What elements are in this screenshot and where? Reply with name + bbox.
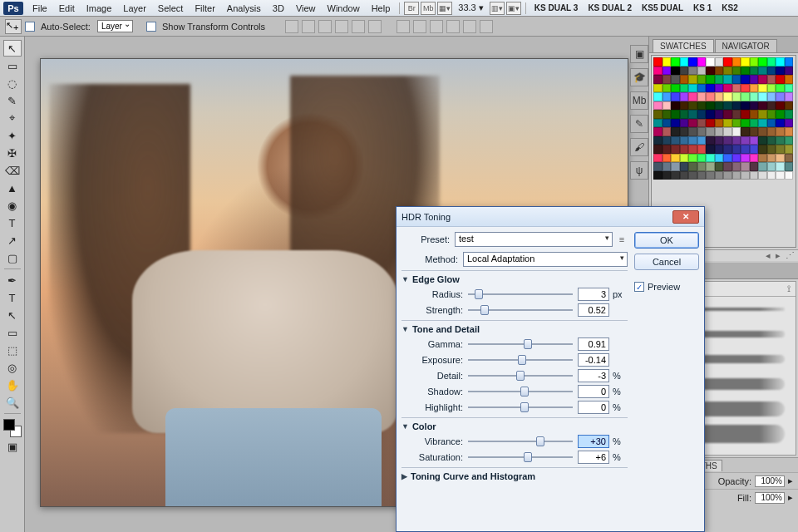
swatch[interactable] bbox=[767, 92, 776, 101]
distribute-vcenter-icon[interactable] bbox=[413, 20, 426, 33]
brush-options-icon[interactable]: ⟟ bbox=[787, 283, 791, 294]
menu-edit[interactable]: Edit bbox=[53, 3, 81, 13]
swatch[interactable] bbox=[697, 57, 707, 66]
swatch[interactable] bbox=[715, 101, 724, 111]
swatch[interactable] bbox=[653, 84, 663, 93]
swatch[interactable] bbox=[750, 171, 759, 180]
swatch[interactable] bbox=[723, 66, 732, 76]
swatch[interactable] bbox=[688, 136, 697, 145]
swatch[interactable] bbox=[706, 154, 715, 163]
swatch[interactable] bbox=[785, 66, 794, 76]
swatch[interactable] bbox=[663, 162, 672, 171]
swatch[interactable] bbox=[767, 171, 776, 180]
preset-menu-icon[interactable]: ≡ bbox=[616, 234, 628, 245]
swatch[interactable] bbox=[758, 110, 767, 119]
swatch[interactable] bbox=[776, 136, 785, 145]
swatch[interactable] bbox=[723, 57, 732, 66]
swatch[interactable] bbox=[715, 154, 724, 163]
swatch[interactable] bbox=[758, 101, 767, 111]
swatch[interactable] bbox=[671, 84, 680, 93]
swatch[interactable] bbox=[776, 66, 785, 76]
crop-tool[interactable]: ⌖ bbox=[3, 110, 22, 126]
swatch[interactable] bbox=[688, 101, 697, 111]
align-vcenter-icon[interactable] bbox=[302, 20, 315, 33]
swatch[interactable] bbox=[732, 171, 741, 180]
swatch[interactable] bbox=[767, 66, 776, 76]
align-right-icon[interactable] bbox=[368, 20, 382, 33]
hand-tool[interactable]: ✋ bbox=[3, 377, 22, 393]
swatch[interactable] bbox=[697, 101, 707, 111]
swatch[interactable] bbox=[776, 75, 785, 84]
view-extras-icon[interactable]: ▦▾ bbox=[437, 2, 452, 15]
swatch[interactable] bbox=[680, 84, 689, 93]
swatch[interactable] bbox=[680, 162, 689, 171]
launch-minibridge-icon[interactable]: Mb bbox=[421, 2, 436, 15]
color-twisty-icon[interactable]: ▼ bbox=[401, 422, 409, 431]
move-tool[interactable]: ↖ bbox=[3, 40, 22, 57]
swatch[interactable] bbox=[758, 162, 767, 171]
swatch[interactable] bbox=[767, 145, 776, 154]
swatch[interactable] bbox=[688, 57, 697, 66]
swatch[interactable] bbox=[741, 57, 750, 66]
vibrance-slider[interactable] bbox=[468, 436, 573, 447]
swatch[interactable] bbox=[723, 171, 732, 180]
swatch[interactable] bbox=[741, 84, 750, 93]
swatch[interactable] bbox=[663, 127, 672, 136]
pen-tool[interactable]: ✒ bbox=[3, 272, 22, 288]
swatch[interactable] bbox=[776, 101, 785, 111]
quick-mask-toggle[interactable]: ▣ bbox=[3, 438, 22, 455]
swatch[interactable] bbox=[732, 57, 741, 66]
gamma-slider[interactable] bbox=[468, 338, 573, 350]
swatch[interactable] bbox=[785, 57, 794, 66]
swatch[interactable] bbox=[741, 145, 750, 154]
menu-3d[interactable]: 3D bbox=[267, 3, 290, 13]
swatch[interactable] bbox=[671, 127, 680, 136]
swatch[interactable] bbox=[671, 171, 680, 180]
zoom-tool[interactable]: 🔍 bbox=[3, 394, 22, 411]
swatch[interactable] bbox=[741, 101, 750, 111]
shadow-slider[interactable] bbox=[468, 386, 573, 397]
swatch[interactable] bbox=[671, 136, 680, 145]
menu-window[interactable]: Window bbox=[322, 3, 366, 13]
workspace-ks5dual[interactable]: KS5 DUAL bbox=[642, 3, 683, 12]
swatch[interactable] bbox=[715, 66, 724, 76]
swatch[interactable] bbox=[653, 154, 663, 163]
swatch[interactable] bbox=[750, 162, 759, 171]
swatch[interactable] bbox=[680, 154, 689, 163]
edge-glow-twisty-icon[interactable]: ▼ bbox=[401, 275, 409, 283]
swatch[interactable] bbox=[750, 101, 759, 111]
align-hcenter-icon[interactable] bbox=[352, 20, 365, 33]
eraser-tool[interactable]: T bbox=[3, 214, 22, 231]
swatch[interactable] bbox=[785, 110, 794, 119]
swatch[interactable] bbox=[785, 101, 794, 111]
3d-camera-tool[interactable]: ◎ bbox=[3, 359, 22, 376]
swatch[interactable] bbox=[785, 119, 794, 128]
distribute-hcenter-icon[interactable] bbox=[463, 20, 476, 33]
close-button[interactable]: ✕ bbox=[672, 210, 699, 224]
cancel-button[interactable]: Cancel bbox=[634, 254, 699, 270]
swatch[interactable] bbox=[767, 136, 776, 145]
swatch[interactable] bbox=[706, 119, 715, 128]
swatch[interactable] bbox=[715, 110, 724, 119]
swatch[interactable] bbox=[723, 101, 732, 111]
swatch[interactable] bbox=[663, 57, 672, 66]
swatch[interactable] bbox=[741, 66, 750, 76]
lasso-tool[interactable]: ◌ bbox=[3, 75, 22, 91]
swatch[interactable] bbox=[732, 75, 741, 84]
zoom-level[interactable]: 33.3 ▾ bbox=[458, 2, 483, 13]
swatch[interactable] bbox=[671, 75, 680, 84]
swatch[interactable] bbox=[750, 119, 759, 128]
swatch[interactable] bbox=[776, 127, 785, 136]
swatch[interactable] bbox=[741, 75, 750, 84]
gradient-tool[interactable]: ↗ bbox=[3, 232, 22, 249]
swatch[interactable] bbox=[750, 154, 759, 163]
swatch[interactable] bbox=[715, 75, 724, 84]
swatch[interactable] bbox=[776, 92, 785, 101]
swatch[interactable] bbox=[758, 171, 767, 180]
swatch[interactable] bbox=[715, 119, 724, 128]
swatch[interactable] bbox=[750, 127, 759, 136]
distribute-left-icon[interactable] bbox=[446, 20, 460, 33]
swatch[interactable] bbox=[715, 162, 724, 171]
swatch[interactable] bbox=[750, 92, 759, 101]
swatch[interactable] bbox=[663, 75, 672, 84]
